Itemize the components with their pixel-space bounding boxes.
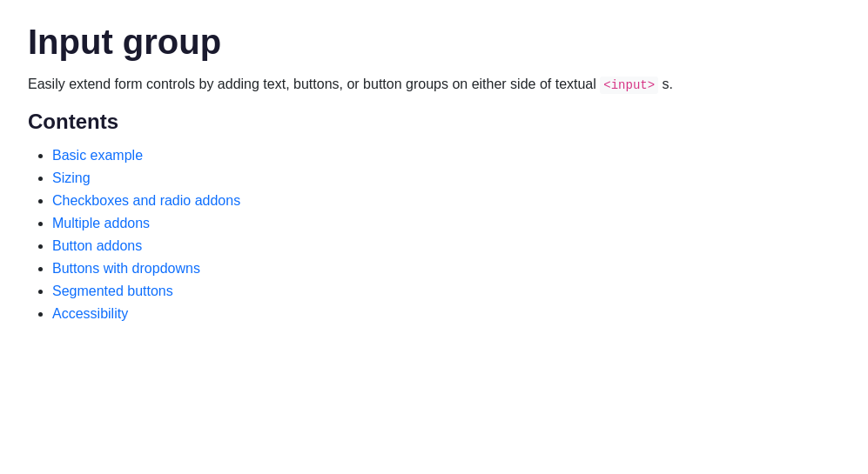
list-item: Multiple addons [52,216,840,231]
contents-link[interactable]: Accessibility [52,306,128,321]
contents-link[interactable]: Segmented buttons [52,284,173,298]
list-item: Button addons [52,238,840,254]
list-item: Basic example [52,148,840,164]
inline-code: <input> [600,77,658,94]
list-item: Buttons with dropdowns [52,261,840,277]
contents-link[interactable]: Buttons with dropdowns [52,261,200,276]
description-part1: Easily extend form controls by adding te… [28,77,596,91]
page-title: Input group [28,21,840,63]
contents-link[interactable]: Checkboxes and radio addons [52,193,240,208]
list-item: Sizing [52,170,840,186]
contents-heading: Contents [28,110,840,134]
list-item: Accessibility [52,306,840,322]
list-item: Checkboxes and radio addons [52,193,840,209]
contents-link[interactable]: Button addons [52,238,142,253]
description-text: Easily extend form controls by adding te… [28,73,840,96]
contents-link[interactable]: Multiple addons [52,216,150,230]
contents-link[interactable]: Sizing [52,170,91,185]
inline-code-wrapper: <input> s. [600,77,673,91]
contents-link[interactable]: Basic example [52,148,143,163]
contents-list: Basic exampleSizingCheckboxes and radio … [28,148,840,322]
contents-section: Contents Basic exampleSizingCheckboxes a… [28,110,840,322]
list-item: Segmented buttons [52,284,840,299]
description-part2: s. [658,77,673,91]
